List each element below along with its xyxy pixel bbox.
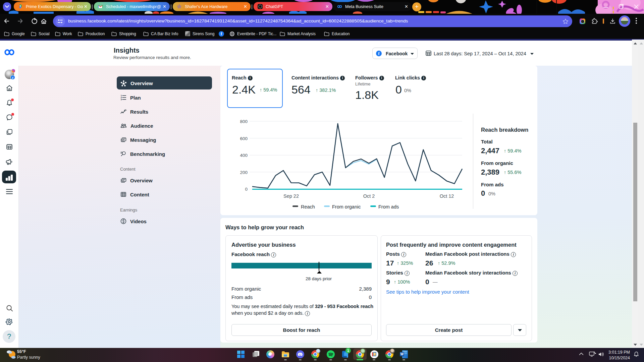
svg-text:Reach: Reach — [301, 204, 315, 209]
svg-text:600: 600 — [240, 136, 248, 141]
svg-text:400: 400 — [240, 153, 248, 158]
svg-text:From ads: From ads — [378, 204, 399, 209]
svg-text:Oct 2: Oct 2 — [363, 193, 375, 199]
svg-text:0: 0 — [245, 187, 248, 192]
svg-text:3: 3 — [121, 98, 122, 101]
svg-text:From organic: From organic — [332, 204, 361, 209]
svg-text:Oct 12: Oct 12 — [440, 193, 454, 199]
svg-text:800: 800 — [240, 119, 248, 124]
svg-text:Sep 22: Sep 22 — [283, 193, 299, 199]
svg-text:W: W — [400, 352, 404, 356]
svg-text:200: 200 — [240, 170, 248, 175]
